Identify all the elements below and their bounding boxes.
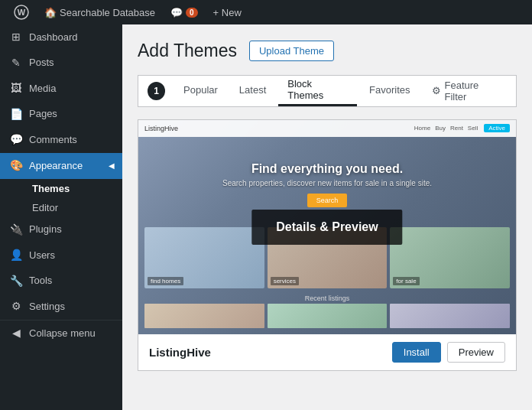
sidebar-item-plugins[interactable]: 🔌 Plugins [0, 217, 122, 243]
sidebar-sub-themes[interactable]: Themes [0, 179, 122, 198]
preview-button[interactable]: Preview [447, 342, 505, 363]
theme-card: ListingHive Home Buy Rent Sell Active Fi… [138, 119, 517, 371]
theme-hero-sub: Search properties, discover new items fo… [138, 179, 516, 187]
theme-search-btn: Search [307, 194, 348, 207]
settings-icon: ⚙ [9, 299, 23, 314]
svg-text:W: W [18, 8, 26, 17]
sidebar-item-media[interactable]: 🖼 Media [0, 76, 122, 102]
sidebar-item-comments[interactable]: 💬 Comments [0, 127, 122, 153]
install-button[interactable]: Install [392, 342, 441, 363]
content-area: Add Themes Upload Theme 1 Popular Latest… [122, 24, 532, 410]
theme-active-badge: Active [484, 124, 510, 132]
tab-favorites[interactable]: Favorites [360, 76, 419, 106]
tab-popular[interactable]: Popular [174, 76, 227, 106]
theme-hero-text: Find everything you need. Search propert… [138, 162, 516, 207]
admin-bar: W 🏠 Searchable Database 💬 0 + New [0, 0, 532, 24]
sidebar-item-posts[interactable]: ✎ Posts [0, 50, 122, 76]
theme-nav-item-1: Home [414, 125, 430, 132]
sidebar-label-themes: Themes [32, 183, 70, 194]
theme-footer-buttons: Install Preview [392, 342, 505, 363]
comments-badge: 0 [186, 8, 198, 18]
sidebar-item-settings[interactable]: ⚙ Settings [0, 294, 122, 320]
theme-nav-item-3: Rent [450, 125, 463, 132]
theme-nav-label: ListingHive [144, 125, 178, 132]
theme-card-footer: ListingHive Install Preview [138, 334, 516, 370]
sidebar-label-pages: Pages [29, 107, 57, 121]
sub-image-1: find homes [144, 227, 264, 288]
recent-listing-1 [144, 304, 264, 328]
theme-hero-title: Find everything you need. [138, 162, 516, 176]
sidebar-label-users: Users [29, 249, 55, 262]
site-name-link[interactable]: 🏠 Searchable Database [37, 0, 163, 24]
sidebar-item-appearance[interactable]: 🎨 Appearance ◀ [0, 153, 122, 179]
home-icon: 🏠 [44, 7, 57, 18]
tab-bar: 1 Popular Latest Block Themes Favorites … [138, 75, 517, 107]
comments-sidebar-icon: 💬 [9, 132, 23, 148]
sidebar-item-users[interactable]: 👤 Users [0, 242, 122, 268]
feature-filter-label: Feature Filter [445, 80, 501, 102]
sub-image-2-label: services [271, 277, 299, 285]
sidebar: ⊞ Dashboard ✎ Posts 🖼 Media 📄 Pages 💬 Co… [0, 24, 122, 410]
sub-image-1-label: find homes [148, 277, 183, 285]
appearance-arrow-icon: ◀ [109, 161, 115, 171]
recent-listing-2 [268, 304, 388, 328]
comment-icon: 💬 [170, 7, 183, 18]
feature-filter-button[interactable]: ⚙ Feature Filter [426, 76, 507, 106]
site-name-label: Searchable Database [60, 7, 155, 18]
sub-image-3-label: for sale [393, 277, 419, 285]
tab-latest[interactable]: Latest [230, 76, 275, 106]
recent-listings-label: Recent listings [305, 294, 350, 302]
sidebar-sub-editor[interactable]: Editor [0, 198, 122, 217]
recent-listing-3 [390, 304, 510, 328]
theme-nav-item-2: Buy [435, 125, 446, 132]
collapse-menu-button[interactable]: ◀ Collapse menu [0, 320, 122, 347]
theme-preview[interactable]: ListingHive Home Buy Rent Sell Active Fi… [138, 120, 516, 334]
dashboard-icon: ⊞ [9, 30, 23, 45]
theme-nav-item-4: Sell [468, 125, 478, 132]
sidebar-item-dashboard[interactable]: ⊞ Dashboard [0, 24, 122, 50]
sidebar-label-media: Media [29, 82, 56, 96]
tab-block-themes[interactable]: Block Themes [278, 76, 357, 106]
upload-theme-button[interactable]: Upload Theme [249, 41, 334, 61]
recent-listings-row [144, 304, 510, 328]
posts-icon: ✎ [9, 56, 23, 71]
collapse-label: Collapse menu [29, 327, 96, 340]
sidebar-label-appearance: Appearance [29, 159, 83, 173]
new-content-link[interactable]: + New [206, 0, 249, 24]
sidebar-label-dashboard: Dashboard [29, 31, 78, 44]
sidebar-label-settings: Settings [29, 300, 65, 314]
pages-icon: 📄 [9, 107, 23, 122]
tools-icon: 🔧 [9, 274, 23, 289]
comments-link[interactable]: 💬 0 [163, 0, 206, 24]
gear-icon: ⚙ [432, 85, 441, 96]
sidebar-item-tools[interactable]: 🔧 Tools [0, 268, 122, 294]
collapse-icon: ◀ [9, 326, 23, 341]
sidebar-label-posts: Posts [29, 56, 54, 70]
page-header: Add Themes Upload Theme [138, 40, 517, 63]
wp-logo[interactable]: W [6, 5, 37, 20]
plugins-icon: 🔌 [9, 223, 23, 238]
page-title: Add Themes [138, 40, 237, 63]
tab-featured-badge[interactable]: 1 [148, 82, 165, 100]
main-layout: ⊞ Dashboard ✎ Posts 🖼 Media 📄 Pages 💬 Co… [0, 24, 532, 410]
sidebar-label-comments: Comments [29, 133, 77, 147]
sidebar-label-editor: Editor [32, 202, 58, 213]
sub-image-3: for sale [390, 227, 510, 288]
theme-name: ListingHive [149, 346, 211, 359]
sidebar-label-plugins: Plugins [29, 223, 62, 236]
users-icon: 👤 [9, 248, 23, 263]
sidebar-label-tools: Tools [29, 274, 52, 288]
media-icon: 🖼 [9, 81, 23, 96]
sidebar-item-pages[interactable]: 📄 Pages [0, 102, 122, 128]
new-content-label: + New [213, 7, 242, 18]
details-preview-overlay[interactable]: Details & Preview [251, 210, 402, 245]
appearance-icon: 🎨 [9, 158, 23, 174]
